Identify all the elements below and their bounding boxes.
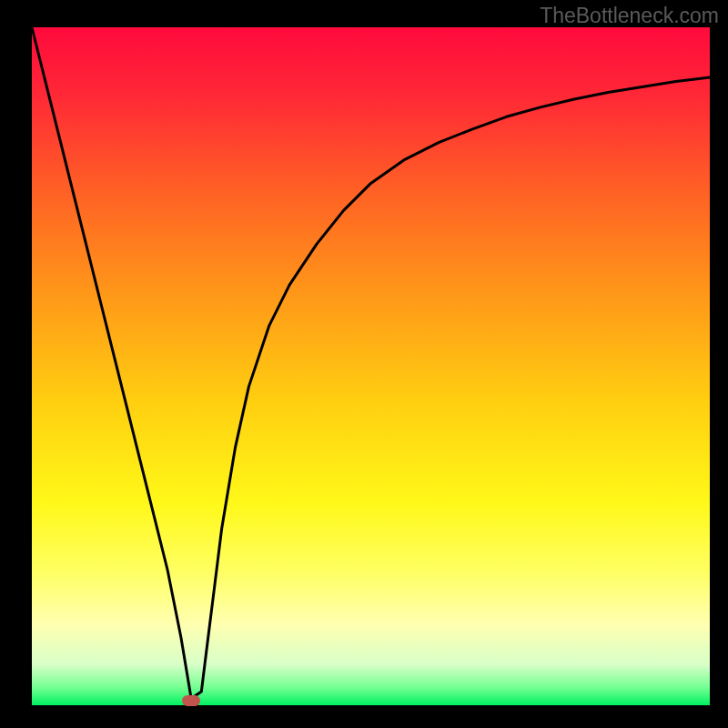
- watermark-text: TheBottleneck.com: [540, 4, 719, 28]
- optimal-point-marker: [182, 695, 200, 706]
- plot-background: [32, 27, 710, 705]
- bottleneck-chart: [0, 0, 728, 728]
- chart-frame: TheBottleneck.com: [0, 0, 728, 728]
